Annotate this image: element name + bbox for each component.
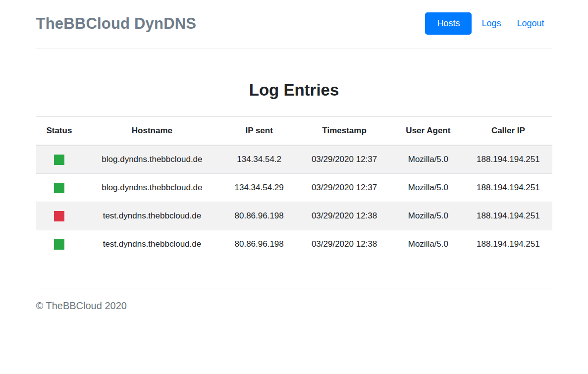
table-body: blog.dyndns.thebbcloud.de 134.34.54.2 03… xyxy=(36,145,552,258)
nav-logs-link[interactable]: Logs xyxy=(474,12,509,35)
ip-sent-cell: 80.86.96.198 xyxy=(222,230,297,259)
column-header-timestamp: Timestamp xyxy=(297,117,392,146)
hostname-cell: blog.dyndns.thebbcloud.de xyxy=(82,174,221,202)
footer-divider xyxy=(36,288,552,288)
status-cell xyxy=(36,174,83,202)
status-cell xyxy=(36,145,83,174)
caller-ip-cell: 188.194.194.251 xyxy=(464,145,552,174)
main-content: Log Entries Status Hostname IP sent Time… xyxy=(36,80,552,258)
ip-sent-cell: 80.86.96.198 xyxy=(222,202,297,230)
column-header-caller-ip: Caller IP xyxy=(464,117,552,146)
timestamp-cell: 03/29/2020 12:37 xyxy=(297,145,392,174)
table-row: blog.dyndns.thebbcloud.de 134.34.54.29 0… xyxy=(36,174,552,202)
column-header-ip-sent: IP sent xyxy=(222,117,297,146)
status-indicator-error-icon xyxy=(54,211,64,221)
log-entries-table: Status Hostname IP sent Timestamp User A… xyxy=(36,116,552,258)
caller-ip-cell: 188.194.194.251 xyxy=(464,174,552,202)
hostname-cell: blog.dyndns.thebbcloud.de xyxy=(82,145,221,174)
user-agent-cell: Mozilla/5.0 xyxy=(392,145,464,174)
caller-ip-cell: 188.194.194.251 xyxy=(464,230,552,259)
hostname-cell: test.dyndns.thebbcloud.de xyxy=(82,202,221,230)
nav-logout-link[interactable]: Logout xyxy=(509,12,552,35)
timestamp-cell: 03/29/2020 12:38 xyxy=(297,230,392,259)
user-agent-cell: Mozilla/5.0 xyxy=(392,230,464,259)
timestamp-cell: 03/29/2020 12:38 xyxy=(297,202,392,230)
main-nav: Hosts Logs Logout xyxy=(425,12,552,35)
user-agent-cell: Mozilla/5.0 xyxy=(392,174,464,202)
caller-ip-cell: 188.194.194.251 xyxy=(464,202,552,230)
top-bar: TheBBCloud DynDNS Hosts Logs Logout xyxy=(36,0,552,49)
status-indicator-success-icon xyxy=(54,183,64,193)
status-cell xyxy=(36,230,83,259)
column-header-status: Status xyxy=(36,117,83,146)
timestamp-cell: 03/29/2020 12:37 xyxy=(297,174,392,202)
page-footer: © TheBBCloud 2020 xyxy=(36,288,552,312)
hostname-cell: test.dyndns.thebbcloud.de xyxy=(82,230,221,259)
page-title: Log Entries xyxy=(36,80,552,100)
user-agent-cell: Mozilla/5.0 xyxy=(392,202,464,230)
nav-hosts-button[interactable]: Hosts xyxy=(425,12,472,35)
footer-copyright: © TheBBCloud 2020 xyxy=(36,300,552,312)
ip-sent-cell: 134.34.54.29 xyxy=(222,174,297,202)
table-row: blog.dyndns.thebbcloud.de 134.34.54.2 03… xyxy=(36,145,552,174)
page-container: TheBBCloud DynDNS Hosts Logs Logout Log … xyxy=(36,0,552,312)
column-header-user-agent: User Agent xyxy=(392,117,464,146)
table-row: test.dyndns.thebbcloud.de 80.86.96.198 0… xyxy=(36,230,552,259)
table-row: test.dyndns.thebbcloud.de 80.86.96.198 0… xyxy=(36,202,552,230)
table-header-row: Status Hostname IP sent Timestamp User A… xyxy=(36,117,552,146)
status-indicator-success-icon xyxy=(54,239,64,250)
app-title: TheBBCloud DynDNS xyxy=(36,15,197,33)
status-indicator-success-icon xyxy=(54,155,64,165)
column-header-hostname: Hostname xyxy=(82,117,221,146)
status-cell xyxy=(36,202,83,230)
ip-sent-cell: 134.34.54.2 xyxy=(222,145,297,174)
